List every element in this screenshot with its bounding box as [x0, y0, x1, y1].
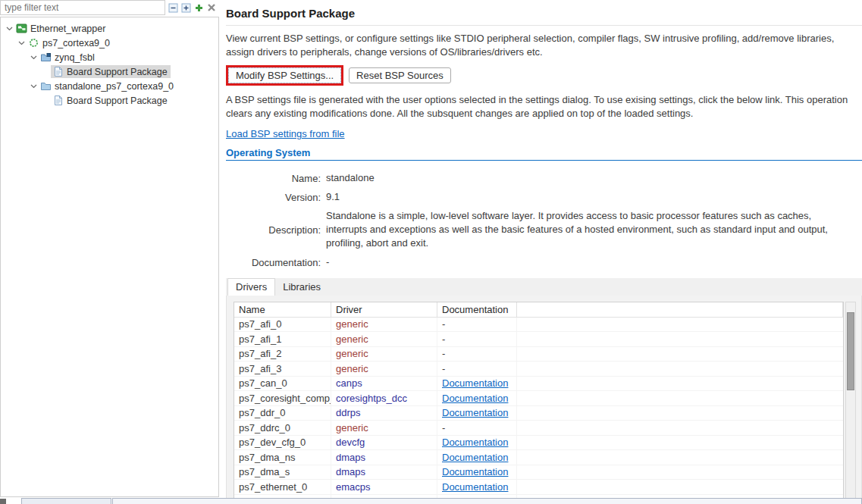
cell-documentation: -	[437, 332, 517, 346]
table-row[interactable]: ps7_afi_2 generic -	[234, 347, 843, 362]
documentation-link[interactable]: -	[442, 318, 445, 330]
documentation-link[interactable]: -	[442, 422, 445, 434]
chevron-down-icon[interactable]	[28, 84, 39, 89]
cell-peripheral-name: ps7_dev_cfg_0	[234, 436, 331, 450]
load-bsp-settings-link[interactable]: Load BSP settings from file	[226, 128, 345, 139]
column-header-driver[interactable]: Driver	[331, 302, 437, 318]
chevron-down-icon[interactable]	[4, 27, 14, 31]
cell-peripheral-name: ps7_ethernet_0	[234, 480, 331, 494]
add-icon[interactable]	[193, 2, 204, 13]
filter-toolbar	[0, 0, 219, 15]
documentation-link[interactable]: -	[442, 348, 445, 359]
bottom-bar-handle[interactable]	[0, 499, 6, 504]
cell-peripheral-name: ps7_coresight_comp_0	[234, 391, 331, 405]
cell-driver: canps	[331, 377, 437, 391]
document-icon	[52, 95, 64, 106]
driver-link[interactable]: ddrps	[336, 407, 361, 418]
documentation-link[interactable]: Documentation	[442, 393, 508, 404]
table-scrollbar[interactable]	[845, 302, 856, 504]
filter-toolbar-icons	[165, 2, 219, 13]
driver-link[interactable]: dmaps	[336, 466, 365, 477]
driver-link[interactable]: generic	[336, 348, 368, 359]
bottom-panel-edge-right[interactable]	[112, 498, 862, 504]
documentation-link[interactable]: Documentation	[442, 437, 508, 448]
table-row[interactable]: ps7_dma_s dmaps Documentation	[234, 465, 843, 481]
bottom-panel-edge-left[interactable]	[21, 498, 111, 504]
table-row[interactable]: ps7_ddr_0 ddrps Documentation	[234, 406, 843, 421]
tab-libraries[interactable]: Libraries	[275, 279, 328, 296]
driver-link[interactable]: generic	[336, 422, 368, 434]
cell-driver: ddrps	[331, 406, 437, 421]
documentation-link[interactable]: -	[442, 333, 445, 345]
cell-documentation: Documentation	[437, 450, 517, 465]
cell-driver: emacps	[331, 480, 437, 494]
processor-icon	[28, 37, 39, 49]
documentation-link[interactable]: Documentation	[442, 466, 508, 477]
driver-link[interactable]: devcfg	[336, 437, 365, 448]
table-row[interactable]: ps7_coresight_comp_0 coresightps_dcc Doc…	[234, 391, 843, 406]
close-icon[interactable]	[206, 2, 217, 13]
cell-peripheral-name: ps7_can_0	[234, 377, 331, 391]
cell-empty	[517, 347, 843, 362]
modify-bsp-settings-button[interactable]: Modify BSP Settings...	[228, 67, 341, 83]
cell-driver: coresightps_dcc	[331, 391, 437, 405]
driver-link[interactable]: canps	[336, 377, 362, 389]
cell-documentation: Documentation	[437, 436, 517, 450]
driver-link[interactable]: generic	[336, 363, 368, 374]
field-value: standalone	[326, 171, 862, 185]
cell-empty	[517, 406, 843, 421]
cell-documentation: Documentation	[437, 480, 517, 494]
cell-driver: generic	[331, 347, 437, 362]
chevron-down-icon[interactable]	[28, 55, 39, 60]
column-header-documentation[interactable]: Documentation	[437, 302, 517, 318]
driver-link[interactable]: generic	[336, 333, 368, 345]
cell-driver: devcfg	[331, 436, 437, 450]
table-row[interactable]: ps7_can_0 canps Documentation	[234, 377, 843, 392]
driver-link[interactable]: coresightps_dcc	[336, 393, 407, 404]
cell-peripheral-name: ps7_afi_2	[234, 347, 331, 362]
expand-all-icon[interactable]	[180, 2, 191, 13]
cell-empty	[517, 377, 843, 391]
documentation-link[interactable]: Documentation	[442, 377, 508, 389]
tree-item-standalone-ps7-cortexa9-0[interactable]: standalone_ps7_cortexa9_0	[1, 79, 218, 93]
table-row[interactable]: ps7_afi_3 generic -	[234, 362, 843, 377]
driver-link[interactable]: generic	[336, 318, 368, 330]
cell-peripheral-name: ps7_afi_1	[234, 332, 331, 346]
table-scrollbar-thumb[interactable]	[847, 312, 854, 390]
documentation-link[interactable]: Documentation	[442, 481, 508, 493]
cell-driver: generic	[331, 332, 437, 346]
cell-documentation: -	[437, 347, 517, 362]
reset-bsp-sources-button[interactable]: Reset BSP Sources	[349, 67, 451, 83]
documentation-link[interactable]: Documentation	[442, 407, 508, 418]
tree-item-board-support-package-standalone[interactable]: Board Support Package	[1, 93, 218, 108]
table-row[interactable]: ps7_ethernet_0 emacps Documentation	[234, 480, 843, 495]
table-row[interactable]: ps7_dev_cfg_0 devcfg Documentation	[234, 436, 843, 451]
documentation-link[interactable]: Documentation	[442, 452, 508, 463]
tree-item-label: Ethernet_wrapper	[30, 23, 105, 34]
folder-icon	[40, 80, 52, 92]
table-row[interactable]: ps7_ddrc_0 generic -	[234, 421, 843, 436]
project-tree: Ethernet_wrapper ps7_cortexa9_0	[0, 17, 219, 497]
field-label: Documentation:	[226, 257, 321, 268]
table-row[interactable]: ps7_afi_1 generic -	[234, 332, 843, 347]
tree-item-zynq-fsbl[interactable]: zynq_fsbl	[1, 50, 218, 64]
filter-input[interactable]	[0, 0, 165, 15]
column-header-name[interactable]: Name	[234, 302, 331, 318]
tree-item-ps7-cortexa9-0[interactable]: ps7_cortexa9_0	[1, 36, 218, 50]
table-row[interactable]: ps7_afi_0 generic -	[234, 318, 843, 333]
cell-driver: dmaps	[331, 450, 437, 465]
collapse-all-icon[interactable]	[168, 2, 178, 13]
tree-item-board-support-package-fsbl[interactable]: Board Support Package	[1, 64, 218, 79]
documentation-link[interactable]: -	[442, 363, 445, 374]
table-row[interactable]: ps7_dma_ns dmaps Documentation	[234, 450, 843, 465]
driver-link[interactable]: dmaps	[336, 452, 365, 463]
cell-peripheral-name: ps7_afi_3	[234, 362, 331, 376]
cell-documentation: Documentation	[437, 406, 517, 421]
driver-link[interactable]: emacps	[336, 481, 371, 493]
os-fields: Name: standalone Version: 9.1 Descriptio…	[226, 171, 862, 269]
bsp-overview-panel: Board Support Package View current BSP s…	[226, 0, 862, 497]
tab-drivers[interactable]: Drivers	[227, 278, 275, 296]
chevron-down-icon[interactable]	[16, 41, 27, 45]
tree-item-ethernet-wrapper[interactable]: Ethernet_wrapper	[1, 21, 218, 36]
section-divider	[226, 160, 862, 161]
